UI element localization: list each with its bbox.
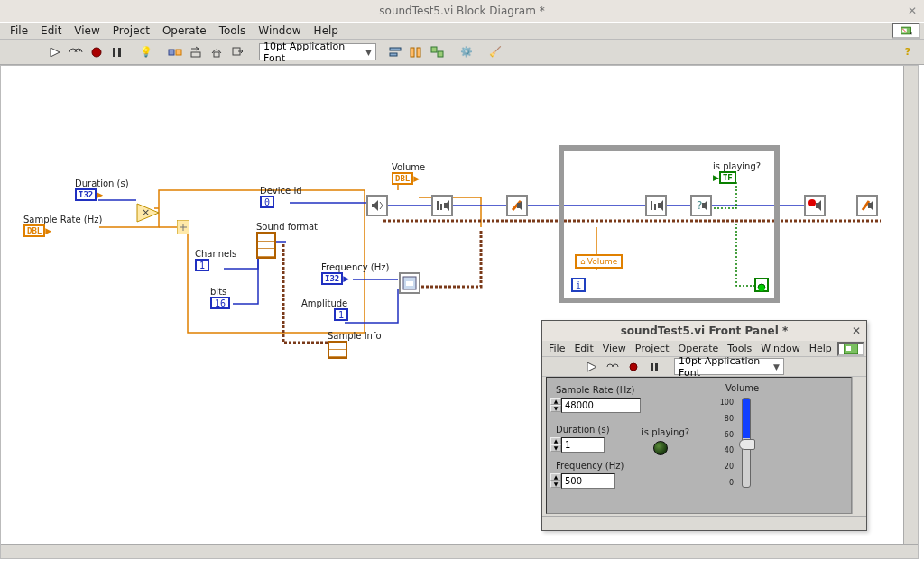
hscrollbar[interactable] <box>1 544 918 558</box>
menu-window[interactable]: Window <box>252 24 307 37</box>
volume-label: Volume <box>392 162 425 172</box>
svg-rect-14 <box>390 53 397 56</box>
vscrollbar[interactable] <box>903 66 918 544</box>
sound-set-volume-vi-2[interactable] <box>645 195 667 216</box>
step-into-icon[interactable] <box>187 43 205 61</box>
sound-clear-vi[interactable] <box>856 195 878 216</box>
resize-icon[interactable] <box>429 43 447 61</box>
sound-status-vi[interactable]: ? <box>690 195 712 216</box>
front-panel-window[interactable]: soundTest5.vi Front Panel * ✕ File Edit … <box>541 320 867 531</box>
step-out-icon[interactable] <box>228 43 246 61</box>
menu-edit[interactable]: Edit <box>34 24 68 37</box>
sample-info-cluster[interactable] <box>328 341 347 359</box>
fp-menu-file[interactable]: File <box>544 343 569 354</box>
menu-project[interactable]: Project <box>106 24 156 37</box>
fp-sample-rate-value[interactable]: 48000 <box>561 398 641 413</box>
fp-isplaying-label: is playing? <box>642 427 689 437</box>
sine-wave-vi[interactable] <box>399 272 420 294</box>
cleanup-icon[interactable]: 🧹 <box>486 43 504 61</box>
svg-rect-33 <box>651 363 653 371</box>
sound-format-cluster[interactable] <box>256 232 276 259</box>
svg-rect-16 <box>417 48 420 57</box>
svg-rect-13 <box>390 48 401 50</box>
fp-frequency-spin[interactable]: ▲▼ <box>550 473 561 489</box>
fp-volume-ticks: 100 80 60 40 20 0 <box>720 399 735 487</box>
fp-vi-icon[interactable] <box>837 342 864 356</box>
align-icon[interactable] <box>387 43 405 61</box>
fp-panel[interactable]: Sample Rate (Hz) ▲▼ 48000 Duration (s) ▲… <box>546 377 852 514</box>
volume-local[interactable]: ⌂Volume <box>575 254 623 269</box>
help-icon[interactable]: ? <box>899 43 917 61</box>
fp-vscrollbar[interactable] <box>852 377 866 514</box>
loop-iteration: i <box>571 278 586 292</box>
device-id-const[interactable]: 0 <box>260 196 274 208</box>
fp-volume-knob[interactable] <box>739 439 755 450</box>
menu-file[interactable]: File <box>4 24 34 37</box>
fp-menu-view[interactable]: View <box>598 343 631 354</box>
sound-format-label: Sound format <box>256 222 318 232</box>
fp-close-icon[interactable]: ✕ <box>852 325 861 337</box>
font-selector[interactable]: 10pt Application Font▼ <box>259 43 376 60</box>
fp-run-button[interactable] <box>583 358 601 376</box>
svg-rect-10 <box>191 52 200 57</box>
fp-run-cont-button[interactable] <box>604 358 622 376</box>
bits-const[interactable]: 16 <box>210 297 230 309</box>
fp-duration-spin[interactable]: ▲▼ <box>550 437 561 453</box>
svg-rect-9 <box>176 50 181 55</box>
fp-sample-rate-spin[interactable]: ▲▼ <box>550 398 561 413</box>
svg-rect-24 <box>440 204 442 210</box>
feedback-node[interactable] <box>177 220 189 234</box>
step-over-icon[interactable] <box>208 43 226 61</box>
lightbulb-icon[interactable]: 💡 <box>137 43 155 61</box>
fp-abort-button[interactable] <box>624 358 642 376</box>
fp-volume-label: Volume <box>725 383 759 393</box>
fp-menu-tools[interactable]: Tools <box>723 343 756 354</box>
retain-wire-icon[interactable] <box>166 43 184 61</box>
multiply-node[interactable]: × <box>136 203 160 223</box>
fp-menu-operate[interactable]: Operate <box>673 343 723 354</box>
sound-set-volume-vi[interactable] <box>431 195 453 216</box>
menu-help[interactable]: Help <box>308 24 345 37</box>
is-playing-terminal[interactable]: TF <box>719 171 736 184</box>
svg-rect-18 <box>438 51 443 57</box>
svg-rect-31 <box>846 346 851 351</box>
volume-terminal[interactable]: DBL <box>392 172 413 185</box>
menu-tools[interactable]: Tools <box>213 24 253 37</box>
while-loop[interactable]: is playing?▶TF ? ⌂Volume i <box>559 145 780 303</box>
pause-button[interactable] <box>108 43 126 61</box>
frequency-terminal[interactable]: I32 <box>321 272 343 285</box>
fp-menu-edit[interactable]: Edit <box>569 343 597 354</box>
fp-frequency-value[interactable]: 500 <box>561 473 615 489</box>
duration-label: Duration (s) <box>75 179 129 188</box>
loop-condition[interactable] <box>754 278 769 292</box>
sound-stop-vi[interactable] <box>804 195 826 216</box>
menu-view[interactable]: View <box>68 24 106 37</box>
fp-menu-project[interactable]: Project <box>631 343 674 354</box>
run-button[interactable] <box>46 43 64 61</box>
menubar: File Edit View Project Operate Tools Win… <box>0 22 924 40</box>
fp-menu-window[interactable]: Window <box>756 343 804 354</box>
fp-volume-slider[interactable]: 100 80 60 40 20 0 <box>742 398 751 488</box>
fp-pause-button[interactable] <box>645 358 663 376</box>
distribute-icon[interactable] <box>408 43 426 61</box>
fp-duration-value[interactable]: 1 <box>561 437 605 453</box>
channels-label: Channels <box>195 249 236 259</box>
sound-output-config-vi[interactable] <box>366 195 388 216</box>
fp-menu-help[interactable]: Help <box>805 343 836 354</box>
duration-terminal[interactable]: I32 <box>75 188 97 201</box>
amplitude-const[interactable]: 1 <box>334 308 348 321</box>
sample-rate-terminal[interactable]: DBL <box>23 224 45 237</box>
close-icon[interactable]: ✕ <box>908 5 917 17</box>
vi-icon[interactable]: 4 <box>892 23 920 39</box>
fp-font-selector[interactable]: 10pt Application Font▼ <box>674 358 784 375</box>
fp-frequency-label: Frequency (Hz) <box>556 461 624 471</box>
run-continuous-button[interactable] <box>67 43 85 61</box>
reorder-icon[interactable]: ⚙️ <box>457 43 476 61</box>
sound-write-vi[interactable] <box>506 195 528 216</box>
fp-title: soundTest5.vi Front Panel * <box>621 325 789 337</box>
channels-const[interactable]: 1 <box>195 259 209 271</box>
abort-button[interactable] <box>88 43 106 61</box>
fp-hscrollbar[interactable] <box>542 516 866 530</box>
svg-rect-23 <box>437 201 439 210</box>
menu-operate[interactable]: Operate <box>156 24 213 37</box>
